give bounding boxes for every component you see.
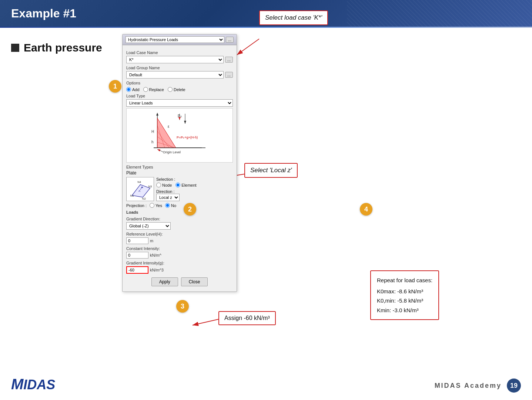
callout-assign: Assign -60 kN/m³ bbox=[218, 311, 276, 325]
earth-pressure-label: Earth pressure bbox=[24, 41, 102, 54]
dialog-header: Hydrostatic Pressure Loads ... bbox=[123, 34, 237, 45]
ref-level-row: m bbox=[126, 237, 233, 244]
close-button[interactable]: Close bbox=[181, 277, 208, 286]
load-case-label: Load Case Name bbox=[126, 50, 233, 55]
gradient-intensity-label: Gradient Intensity(g): bbox=[126, 261, 233, 265]
load-group-row: Default ... bbox=[126, 71, 233, 79]
selection-type-row: Node Element bbox=[156, 183, 233, 187]
options-row: Add Replace Delete bbox=[126, 87, 233, 92]
dialog-body: Load Case Name K* ... Load Group Name De… bbox=[123, 45, 237, 291]
step-number-2: 2 bbox=[184, 203, 196, 216]
callout-local-z-text: Select 'Local z' bbox=[250, 167, 292, 174]
footer: MIDAS bbox=[11, 376, 55, 393]
svg-text:ε: ε bbox=[168, 124, 170, 129]
replace-radio[interactable] bbox=[143, 87, 148, 92]
proj-no-radio[interactable] bbox=[165, 203, 170, 208]
svg-text:N2: N2 bbox=[142, 197, 146, 200]
load-group-dots-btn[interactable]: ... bbox=[225, 72, 233, 78]
page-number: 19 bbox=[507, 379, 521, 393]
proj-no-option[interactable]: No bbox=[165, 203, 176, 208]
delete-label: Delete bbox=[174, 87, 185, 92]
load-case-row: K* ... bbox=[126, 56, 233, 63]
replace-option[interactable]: Replace bbox=[143, 87, 164, 92]
proj-yes-radio[interactable] bbox=[150, 203, 154, 208]
midas-logo: MIDAS bbox=[11, 376, 55, 393]
ref-level-label: Reference Level(H): bbox=[126, 232, 233, 236]
load-type-select[interactable]: Linear Loads bbox=[126, 99, 233, 107]
dialog-header-dots-btn[interactable]: ... bbox=[226, 37, 234, 43]
repeat-title: Repeat for load cases: bbox=[377, 276, 432, 285]
svg-text:N3: N3 bbox=[148, 185, 152, 188]
svg-text:N1: N1 bbox=[130, 194, 134, 197]
direction-row: Direction : bbox=[156, 189, 233, 194]
add-option[interactable]: Add bbox=[126, 87, 140, 92]
direction-label: Direction : bbox=[156, 189, 175, 194]
gradient-dir-select[interactable]: Global (-Z) bbox=[126, 222, 171, 230]
node-diagram: N1 N2 N3 N4 A bbox=[126, 177, 154, 201]
options-label: Options bbox=[126, 81, 233, 85]
svg-text:H: H bbox=[151, 130, 154, 134]
element-selection: N1 N2 N3 N4 A Selection : bbox=[126, 177, 233, 201]
repeat-k0min: K0,min: -5.8 kN/m³ bbox=[377, 296, 432, 306]
gradient-dir-label: Gradient Direction: bbox=[126, 217, 233, 221]
direction-select[interactable]: Local z bbox=[156, 194, 180, 201]
repeat-k0max: K0max: -8.6 kN/m³ bbox=[377, 287, 432, 296]
loads-section: Loads Gradient Direction: Global (-Z) Re… bbox=[126, 210, 233, 274]
proj-no-label: No bbox=[171, 203, 176, 208]
footer-right: MIDAS Academy 19 bbox=[435, 379, 521, 393]
load-type-label: Load Type bbox=[126, 94, 233, 98]
element-option[interactable]: Element bbox=[175, 183, 196, 187]
button-row: Apply Close bbox=[126, 277, 233, 289]
callout-select-load-case: Select load case 'K*' bbox=[259, 10, 328, 25]
load-case-select[interactable]: K* bbox=[126, 56, 224, 63]
load-group-label: Load Group Name bbox=[126, 66, 233, 70]
constant-intensity-input[interactable] bbox=[126, 252, 148, 259]
element-type-value: Plate bbox=[126, 170, 233, 176]
projection-row: Projection : Yes No bbox=[126, 203, 233, 208]
callout-select-load-case-text: Select load case 'K*' bbox=[265, 14, 322, 21]
gradient-intensity-row: kN/m^3 bbox=[126, 266, 233, 274]
proj-yes-option[interactable]: Yes bbox=[150, 203, 162, 208]
step-number-1: 1 bbox=[109, 80, 121, 93]
add-radio[interactable] bbox=[126, 87, 131, 92]
node-label: Node bbox=[162, 183, 172, 187]
element-types-label: Element Types bbox=[126, 165, 233, 169]
svg-text:Origin Level: Origin Level bbox=[163, 150, 181, 154]
callout-assign-text: Assign -60 kN/m³ bbox=[224, 315, 270, 321]
proj-yes-label: Yes bbox=[155, 203, 162, 208]
ref-level-unit: m bbox=[150, 239, 153, 243]
delete-option[interactable]: Delete bbox=[168, 87, 185, 92]
delete-radio[interactable] bbox=[168, 87, 173, 92]
callout-repeat: Repeat for load cases: K0max: -8.6 kN/m³… bbox=[370, 270, 439, 320]
main-content: Earth pressure Hydrostatic Pressure Load… bbox=[0, 27, 532, 400]
selection-label: Selection : bbox=[156, 177, 233, 181]
svg-text:h: h bbox=[151, 140, 154, 144]
projection-label: Projection : bbox=[126, 203, 147, 208]
loads-label: Loads bbox=[126, 210, 233, 214]
replace-label: Replace bbox=[149, 87, 164, 92]
add-label: Add bbox=[132, 87, 140, 92]
dialog-title-select[interactable]: Hydrostatic Pressure Loads bbox=[126, 36, 224, 43]
ref-level-input[interactable] bbox=[126, 237, 148, 244]
gradient-intensity-input[interactable] bbox=[126, 266, 148, 274]
element-radio[interactable] bbox=[175, 183, 180, 187]
selection-controls: Selection : Node Element Direction : bbox=[156, 177, 233, 201]
gradient-intensity-unit: kN/m^3 bbox=[150, 268, 164, 272]
step-number-3: 3 bbox=[176, 300, 189, 313]
node-option[interactable]: Node bbox=[156, 183, 172, 187]
load-diagram: H h P₀ P=P₀+g×(H-h) Origin Level bbox=[126, 108, 233, 163]
constant-intensity-unit: kN/m^ bbox=[150, 253, 161, 257]
element-label: Element bbox=[181, 183, 196, 187]
repeat-kmin: Kmin: -3.0 kN/m³ bbox=[377, 306, 432, 315]
node-diagram-svg: N1 N2 N3 N4 A bbox=[127, 177, 154, 201]
callout-local-z: Select 'Local z' bbox=[244, 163, 298, 178]
node-radio[interactable] bbox=[156, 183, 161, 187]
load-case-dots-btn[interactable]: ... bbox=[225, 57, 233, 63]
load-group-select[interactable]: Default bbox=[126, 71, 224, 79]
load-diagram-svg: H h P₀ P=P₀+g×(H-h) Origin Level bbox=[143, 111, 217, 159]
section-icon bbox=[11, 44, 19, 52]
constant-intensity-row: kN/m^ bbox=[126, 252, 233, 259]
constant-intensity-label: Constant Intensity: bbox=[126, 246, 233, 251]
midas-academy-text: MIDAS Academy bbox=[435, 382, 502, 390]
apply-button[interactable]: Apply bbox=[151, 277, 178, 286]
